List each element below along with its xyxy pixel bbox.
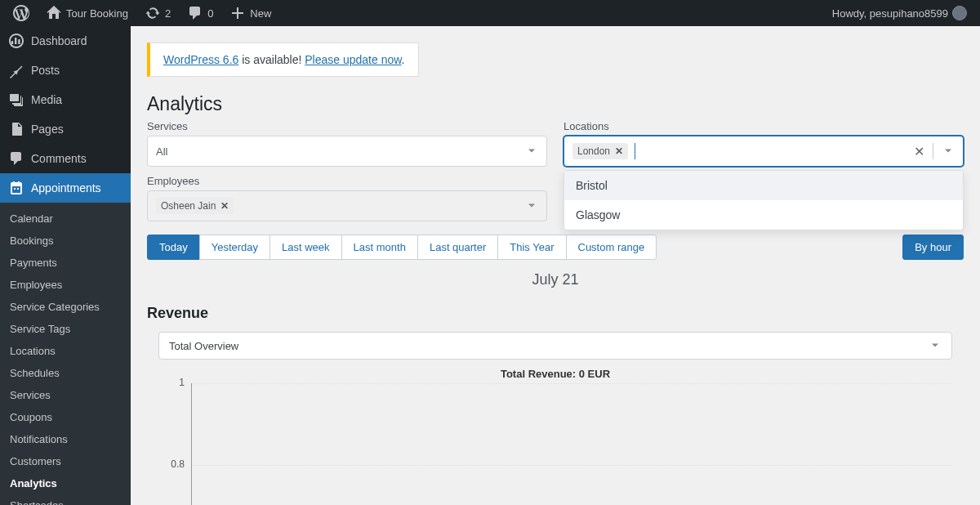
sidebar-item-comments[interactable]: Comments [0, 144, 131, 173]
date-lastweek-button[interactable]: Last week [270, 235, 342, 260]
sidebar-item-media[interactable]: Media [0, 85, 131, 114]
sidebar-submenu: Calendar Bookings Payments Employees Ser… [0, 203, 131, 505]
submenu-services[interactable]: Services [0, 384, 131, 406]
dashboard-icon [8, 33, 24, 49]
chevron-down-icon [942, 145, 955, 158]
admin-sidebar: Dashboard Posts Media Pages Comments App… [0, 26, 131, 505]
sidebar-item-appointments[interactable]: Appointments [0, 173, 131, 203]
date-thisyear-button[interactable]: This Year [497, 235, 566, 260]
submenu-schedules[interactable]: Schedules [0, 362, 131, 384]
wordpress-icon [13, 5, 29, 21]
submenu-payments[interactable]: Payments [0, 252, 131, 274]
updates-link[interactable]: 2 [138, 0, 177, 26]
sidebar-item-pages[interactable]: Pages [0, 114, 131, 144]
updates-count: 2 [165, 7, 171, 20]
byhour-button[interactable]: By hour [902, 235, 964, 260]
new-label: New [250, 7, 271, 20]
employee-tag: Osheen Jain ✕ [156, 198, 234, 214]
revenue-chart: 1 0.8 0.6 [158, 383, 952, 505]
revenue-title: Revenue [147, 305, 964, 322]
comments-icon [8, 150, 24, 167]
clear-all-icon[interactable]: ✕ [914, 144, 924, 159]
chevron-down-icon [525, 145, 538, 158]
locations-label: Locations [564, 120, 964, 132]
submenu-service-tags[interactable]: Service Tags [0, 318, 131, 340]
chart-y-axis: 1 0.8 0.6 [158, 383, 191, 505]
new-link[interactable]: New [223, 0, 278, 26]
date-lastmonth-button[interactable]: Last month [341, 235, 418, 260]
revenue-overview-select[interactable]: Total Overview [158, 332, 952, 360]
submenu-calendar[interactable]: Calendar [0, 208, 131, 230]
submenu-shortcodes[interactable]: Shortcodes [0, 494, 131, 505]
media-icon [8, 92, 24, 108]
comment-icon [187, 5, 203, 21]
plus-icon [229, 5, 246, 21]
wp-version-link[interactable]: WordPress 6.6 [163, 53, 238, 66]
update-notice: WordPress 6.6 is available! Please updat… [147, 42, 419, 77]
dropdown-option-glasgow[interactable]: Glasgow [564, 200, 963, 230]
submenu-analytics[interactable]: Analytics [0, 472, 131, 494]
date-today-button[interactable]: Today [147, 235, 200, 260]
update-now-link[interactable]: Please update now [305, 53, 401, 66]
services-select[interactable]: All [147, 136, 547, 167]
chart-title: Total Revenue: 0 EUR [147, 368, 964, 380]
admin-toolbar: Tour Booking 2 0 New Howdy, pesupihano85… [0, 0, 980, 26]
text-cursor [635, 143, 635, 159]
submenu-customers[interactable]: Customers [0, 450, 131, 472]
main-content: WordPress 6.6 is available! Please updat… [131, 26, 980, 505]
site-name: Tour Booking [66, 7, 128, 20]
calendar-icon [8, 180, 24, 196]
chevron-down-icon [525, 199, 538, 212]
wp-logo[interactable] [7, 0, 36, 26]
date-title: July 21 [147, 271, 964, 288]
employees-select[interactable]: Osheen Jain ✕ [147, 190, 547, 221]
employees-label: Employees [147, 175, 547, 187]
site-link[interactable]: Tour Booking [39, 0, 135, 26]
submenu-notifications[interactable]: Notifications [0, 428, 131, 450]
submenu-service-categories[interactable]: Service Categories [0, 296, 131, 318]
submenu-locations[interactable]: Locations [0, 340, 131, 362]
home-icon [46, 5, 62, 21]
locations-dropdown: Bristol Glasgow [564, 170, 964, 230]
dropdown-option-bristol[interactable]: Bristol [564, 171, 963, 200]
services-label: Services [147, 120, 547, 132]
page-icon [8, 121, 24, 137]
chart-plot-area [191, 383, 952, 505]
remove-tag-icon[interactable]: ✕ [220, 200, 229, 212]
account-link[interactable]: Howdy, pesupihano8599 [826, 0, 973, 26]
date-custom-button[interactable]: Custom range [566, 235, 657, 260]
update-icon [145, 5, 161, 21]
submenu-coupons[interactable]: Coupons [0, 406, 131, 428]
submenu-employees[interactable]: Employees [0, 274, 131, 296]
avatar-icon [952, 6, 967, 20]
services-value: All [156, 145, 167, 158]
remove-tag-icon[interactable]: ✕ [615, 145, 623, 157]
date-lastquarter-button[interactable]: Last quarter [417, 235, 498, 260]
comments-count: 0 [207, 7, 213, 20]
howdy-text: Howdy, pesupihano8599 [832, 7, 948, 20]
location-tag: London ✕ [572, 143, 628, 159]
date-range-buttons: Today Yesterday Last week Last month Las… [147, 235, 657, 260]
submenu-bookings[interactable]: Bookings [0, 230, 131, 252]
sidebar-item-posts[interactable]: Posts [0, 56, 131, 85]
pin-icon [8, 62, 24, 78]
chevron-down-icon [929, 339, 942, 352]
locations-select[interactable]: London ✕ ✕ [564, 136, 964, 167]
date-yesterday-button[interactable]: Yesterday [199, 235, 270, 260]
comments-link[interactable]: 0 [180, 0, 220, 26]
sidebar-item-dashboard[interactable]: Dashboard [0, 26, 131, 56]
page-title: Analytics [147, 93, 964, 115]
